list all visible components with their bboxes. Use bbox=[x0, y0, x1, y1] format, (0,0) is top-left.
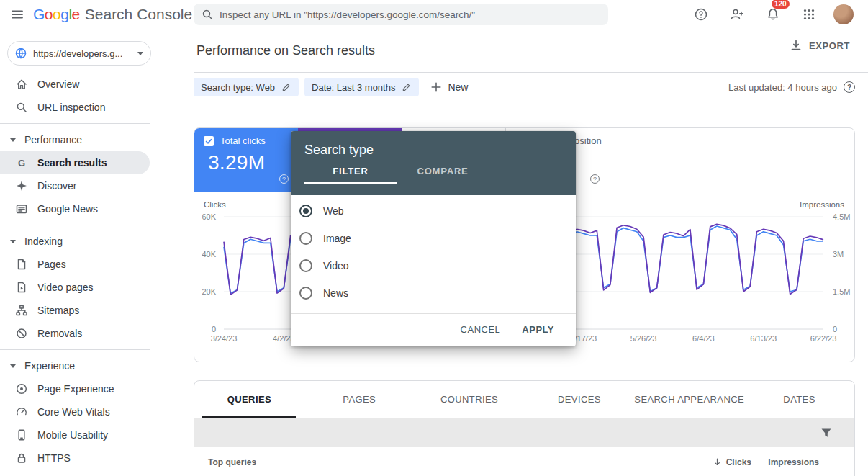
radio-option-video[interactable]: Video bbox=[291, 252, 576, 279]
lock-icon bbox=[15, 452, 28, 464]
y-axis-tick-left: 40K bbox=[202, 249, 216, 259]
tab-compare[interactable]: COMPARE bbox=[397, 166, 489, 184]
plus-icon bbox=[430, 81, 442, 93]
radio-option-image[interactable]: Image bbox=[291, 225, 576, 252]
sidebar-item-search-results[interactable]: G Search results bbox=[0, 151, 150, 174]
help-button[interactable] bbox=[688, 1, 714, 27]
sidebar-item-sitemaps[interactable]: Sitemaps bbox=[0, 299, 150, 322]
last-updated: Last updated: 4 hours ago ? bbox=[728, 78, 855, 96]
apply-button[interactable]: APPLY bbox=[522, 324, 554, 335]
url-inspect-searchbox[interactable] bbox=[194, 4, 608, 25]
divider bbox=[0, 123, 150, 124]
y-axis-tick-right: 1.5M bbox=[833, 287, 850, 297]
y-axis-tick-right: 4.5M bbox=[833, 212, 850, 222]
cancel-button[interactable]: CANCEL bbox=[461, 324, 501, 335]
y-axis-tick-right: 0 bbox=[833, 324, 837, 334]
apps-grid-icon bbox=[803, 8, 815, 21]
search-type-chip[interactable]: Search type: Web bbox=[194, 78, 299, 96]
property-selector[interactable]: https://developers.g... bbox=[7, 41, 151, 66]
tab-filter[interactable]: FILTER bbox=[304, 166, 397, 184]
menu-button[interactable] bbox=[4, 1, 30, 27]
tab-devices[interactable]: DEVICES bbox=[524, 381, 634, 418]
dialog-title: Search type bbox=[291, 131, 576, 158]
block-icon bbox=[15, 327, 28, 340]
home-icon bbox=[15, 78, 28, 91]
tab-search-appearance[interactable]: SEARCH APPEARANCE bbox=[634, 381, 744, 418]
collapse-triangle-icon bbox=[10, 364, 16, 368]
pencil-icon bbox=[281, 82, 291, 92]
table-filter-button[interactable] bbox=[820, 426, 833, 439]
user-settings-button[interactable] bbox=[724, 1, 750, 27]
page-title: Performance on Search results bbox=[196, 29, 375, 72]
apps-button[interactable] bbox=[796, 1, 822, 27]
download-icon bbox=[790, 39, 803, 52]
export-button[interactable]: EXPORT bbox=[790, 39, 850, 52]
sidebar-item-discover[interactable]: Discover bbox=[0, 174, 150, 197]
tab-dates[interactable]: DATES bbox=[744, 381, 854, 418]
dimension-tabs: QUERIES PAGES COUNTRIES DEVICES SEARCH A… bbox=[194, 381, 854, 418]
sidebar-item-pages[interactable]: Pages bbox=[0, 253, 150, 276]
google-logo-text: Google bbox=[33, 6, 80, 23]
sparkle-icon bbox=[15, 179, 28, 192]
avatar[interactable] bbox=[833, 4, 854, 24]
collapse-triangle-icon bbox=[10, 138, 16, 142]
x-axis-tick: 6/4/23 bbox=[692, 334, 715, 343]
radio-icon[interactable] bbox=[299, 232, 312, 245]
y-axis-tick-left: 60K bbox=[202, 212, 216, 222]
sitemap-icon bbox=[15, 304, 28, 317]
sidebar-section-experience[interactable]: Experience bbox=[0, 354, 150, 377]
help-icon bbox=[694, 7, 708, 22]
sidebar: https://developers.g... Overview URL ins… bbox=[0, 29, 194, 476]
radio-icon[interactable] bbox=[299, 287, 312, 300]
svg-text:G: G bbox=[18, 158, 25, 169]
sidebar-section-indexing[interactable]: Indexing bbox=[0, 230, 150, 253]
sidebar-item-overview[interactable]: Overview bbox=[0, 73, 150, 96]
tab-queries[interactable]: QUERIES bbox=[194, 381, 304, 418]
info-icon[interactable]: ? bbox=[279, 174, 289, 184]
product-name: Search Console bbox=[85, 6, 192, 23]
radio-icon[interactable] bbox=[299, 205, 312, 217]
sidebar-item-page-experience[interactable]: Page Experience bbox=[0, 377, 150, 400]
sidebar-item-removals[interactable]: Removals bbox=[0, 322, 150, 345]
date-range-chip[interactable]: Date: Last 3 months bbox=[304, 78, 419, 96]
sidebar-item-google-news[interactable]: Google News bbox=[0, 197, 150, 220]
total-clicks-value: 3.29M bbox=[208, 151, 298, 174]
dialog-footer: CANCEL APPLY bbox=[291, 313, 576, 344]
divider bbox=[0, 225, 150, 225]
notifications-button[interactable]: 120 bbox=[760, 1, 786, 27]
x-axis-tick: 6/13/23 bbox=[750, 334, 777, 343]
sidebar-item-url-inspection[interactable]: URL inspection bbox=[0, 96, 150, 119]
divider bbox=[194, 72, 868, 73]
radio-option-news[interactable]: News bbox=[291, 279, 576, 307]
column-clicks-sort[interactable]: Clicks bbox=[713, 447, 751, 476]
search-type-dialog: Search type FILTER COMPARE Web Image Vid… bbox=[291, 131, 576, 346]
app-logo[interactable]: Google Search Console bbox=[33, 6, 192, 23]
video-document-icon bbox=[15, 281, 28, 294]
sidebar-item-https[interactable]: HTTPS bbox=[0, 446, 150, 470]
x-axis-tick: 6/22/23 bbox=[810, 334, 837, 343]
info-icon[interactable]: ? bbox=[590, 174, 600, 184]
document-icon bbox=[15, 258, 28, 271]
globe-icon bbox=[14, 47, 27, 60]
total-clicks-card[interactable]: Total clicks 3.29M ? bbox=[194, 128, 298, 192]
question-circle-icon[interactable]: ? bbox=[844, 81, 855, 93]
google-g-icon: G bbox=[15, 156, 28, 169]
new-filter-button[interactable]: New bbox=[430, 78, 468, 96]
radio-option-web[interactable]: Web bbox=[291, 197, 576, 225]
checkbox-checked-icon[interactable] bbox=[204, 136, 214, 146]
radio-icon[interactable] bbox=[299, 259, 312, 272]
queries-table-card: QUERIES PAGES COUNTRIES DEVICES SEARCH A… bbox=[194, 380, 855, 476]
sidebar-item-core-web-vitals[interactable]: Core Web Vitals bbox=[0, 400, 150, 423]
filter-chips: Search type: Web Date: Last 3 months New bbox=[194, 78, 468, 96]
topbar: Google Search Console 120 bbox=[0, 0, 868, 29]
sidebar-item-mobile-usability[interactable]: Mobile Usability bbox=[0, 423, 150, 446]
tab-countries[interactable]: COUNTRIES bbox=[415, 381, 525, 418]
sidebar-section-performance[interactable]: Performance bbox=[0, 128, 150, 151]
table-header-row: Top queries Clicks Impressions bbox=[194, 447, 854, 476]
search-input[interactable] bbox=[220, 9, 601, 20]
topbar-actions: 120 bbox=[678, 0, 868, 29]
tab-pages[interactable]: PAGES bbox=[304, 381, 415, 418]
sidebar-item-video-pages[interactable]: Video pages bbox=[0, 276, 150, 299]
search-icon bbox=[201, 8, 214, 21]
chevron-down-icon bbox=[137, 52, 143, 55]
